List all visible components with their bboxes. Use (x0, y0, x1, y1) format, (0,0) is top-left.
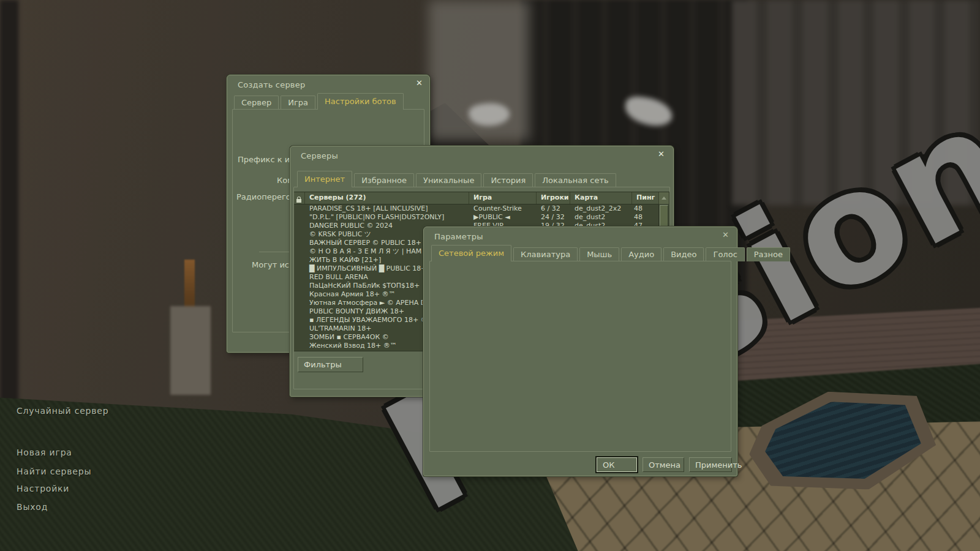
options-panel (429, 261, 731, 452)
menu-item[interactable]: Найти серверы (17, 467, 91, 476)
servers-tabs: ИнтернетИзбранноеУникальныеИсторияЛокаль… (297, 171, 618, 187)
tab[interactable]: Мышь (579, 247, 619, 261)
options-tabs: Сетевой режимКлавиатураМышьАудиоВидеоГол… (431, 245, 792, 261)
tab[interactable]: Уникальные (416, 173, 481, 187)
tab[interactable]: Игра (281, 96, 315, 110)
radio-label: Радиоперегов (236, 192, 295, 201)
create-server-tabs: СерверИграНастройки ботов (234, 93, 405, 110)
main-menu: Случайный серверНовая играНайти серверыН… (0, 0, 159, 551)
tab[interactable]: Сетевой режим (431, 245, 511, 261)
apply-button[interactable]: Применить (689, 457, 732, 472)
menu-item[interactable]: Новая игра (17, 448, 72, 457)
cancel-button[interactable]: Отмена (643, 457, 684, 472)
menu-item[interactable]: Настройки (17, 484, 69, 493)
tab[interactable]: Локальная сеть (535, 173, 616, 187)
window-title: Серверы (301, 151, 338, 160)
close-icon[interactable]: ✕ (416, 79, 423, 88)
close-icon[interactable]: ✕ (722, 231, 729, 239)
tab[interactable]: Сервер (234, 96, 279, 110)
tab[interactable]: Голос (706, 247, 744, 261)
close-icon[interactable]: ✕ (658, 150, 665, 159)
menu-item[interactable]: Выход (17, 502, 48, 512)
ok-button[interactable]: ОК (597, 457, 637, 472)
window-title: Параметры (434, 232, 483, 241)
tab[interactable]: Клавиатура (513, 247, 578, 261)
menu-item[interactable]: Случайный сервер (17, 406, 108, 416)
tab[interactable]: Видео (663, 247, 704, 261)
tab[interactable]: Избранное (354, 173, 414, 187)
tab[interactable]: История (483, 173, 533, 187)
tab[interactable]: Настройки ботов (317, 93, 404, 110)
window-title: Создать сервер (238, 80, 305, 89)
tab[interactable]: Интернет (297, 171, 352, 187)
options-window: Параметры ✕ Сетевой режимКлавиатураМышьА… (423, 227, 737, 476)
tab[interactable]: Аудио (621, 247, 662, 261)
tab[interactable]: Разное (747, 247, 790, 261)
